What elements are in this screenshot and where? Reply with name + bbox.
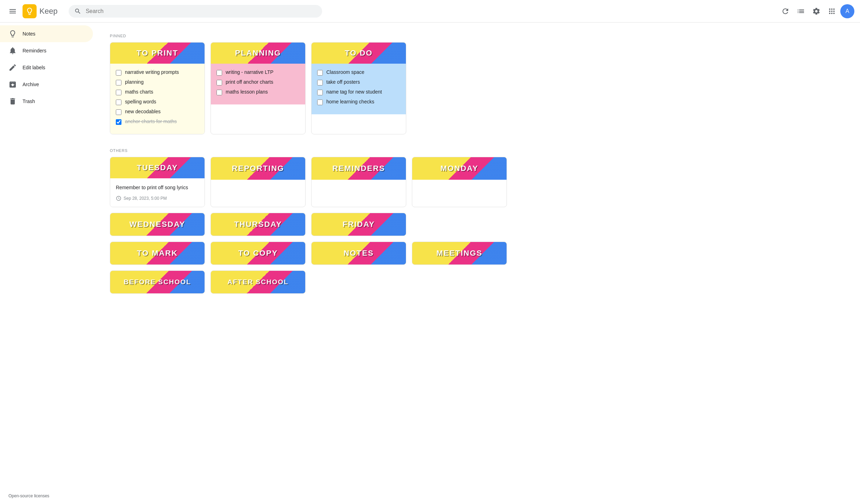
checkbox[interactable] xyxy=(116,90,121,95)
checkbox[interactable] xyxy=(317,100,323,105)
others-section-label: OTHERS xyxy=(110,148,849,153)
checklist-item: new decodables xyxy=(116,109,199,115)
checklist-item: maths charts xyxy=(116,89,199,95)
checkbox-checked[interactable] xyxy=(116,119,121,125)
checklist-item-checked: anchor charts for maths xyxy=(116,119,199,125)
banner-thursday: THURSDAY xyxy=(211,213,305,236)
note-monday[interactable]: MONDAY xyxy=(412,157,507,207)
note-friday[interactable]: FRIDAY xyxy=(311,213,406,236)
note-planning[interactable]: PLANNING writing - narrative LTP print o… xyxy=(211,42,306,134)
refresh-button[interactable] xyxy=(778,4,792,18)
banner-wednesday-title: WEDNESDAY xyxy=(130,220,186,229)
banner-after-school: AFTER SCHOOL xyxy=(211,271,305,293)
checkbox[interactable] xyxy=(116,80,121,85)
checkbox[interactable] xyxy=(216,90,222,95)
list-view-button[interactable] xyxy=(794,4,808,18)
sidebar-item-edit-labels[interactable]: Edit labels xyxy=(0,59,93,76)
settings-button[interactable] xyxy=(809,4,823,18)
search-icon xyxy=(74,8,81,15)
sidebar-item-notes[interactable]: Notes xyxy=(0,25,93,42)
banner-meetings: MEETINGS xyxy=(412,242,507,264)
avatar[interactable]: A xyxy=(840,4,854,18)
note-tuesday-text: Remember to print off song lyrics xyxy=(116,184,199,191)
banner-reminders-title: REMINDERS xyxy=(332,164,385,173)
sidebar-edit-labels-label: Edit labels xyxy=(23,65,45,70)
banner-planning-title: PLANNING xyxy=(235,49,281,58)
sidebar-item-trash[interactable]: Trash xyxy=(0,93,93,110)
banner-meetings-title: MEETINGS xyxy=(437,249,483,258)
topbar-actions: A xyxy=(778,4,854,18)
banner-monday: MONDAY xyxy=(412,157,507,180)
checklist-item: maths lesson plans xyxy=(216,89,300,95)
checkbox[interactable] xyxy=(216,80,222,85)
note-tocopy[interactable]: TO COPY xyxy=(211,242,306,265)
checkbox[interactable] xyxy=(317,70,323,76)
checkbox[interactable] xyxy=(116,70,121,76)
checklist-item: home learning checks xyxy=(317,99,400,105)
logo-icon xyxy=(23,4,37,18)
main-layout: Notes Reminders Edit labels xyxy=(0,23,860,504)
note-thursday[interactable]: THURSDAY xyxy=(211,213,306,236)
bell-icon xyxy=(8,46,17,55)
checkbox[interactable] xyxy=(317,80,323,85)
banner-friday-title: FRIDAY xyxy=(343,220,375,229)
checklist-item: Classroom space xyxy=(317,69,400,76)
checkbox[interactable] xyxy=(116,100,121,105)
note-reminders[interactable]: REMINDERS xyxy=(311,157,406,207)
sidebar-item-archive[interactable]: Archive xyxy=(0,76,93,93)
note-tuesday-timestamp: Sep 28, 2023, 5:00 PM xyxy=(116,196,199,201)
checklist-item: take off posters xyxy=(317,79,400,85)
sidebar: Notes Reminders Edit labels xyxy=(0,23,99,504)
note-tuesday[interactable]: TUESDAY Remember to print off song lyric… xyxy=(110,157,205,207)
banner-tocopy-title: TO COPY xyxy=(238,249,278,258)
open-source-link[interactable]: Open-source licenses xyxy=(0,491,58,501)
timestamp-text: Sep 28, 2023, 5:00 PM xyxy=(124,196,167,201)
checkbox[interactable] xyxy=(116,109,121,115)
search-bar xyxy=(69,5,322,18)
checklist-item: name tag for new student xyxy=(317,89,400,95)
banner-planning: PLANNING xyxy=(211,43,305,64)
sidebar-archive-label: Archive xyxy=(23,82,39,87)
note-tomark[interactable]: TO MARK xyxy=(110,242,205,265)
banner-reporting: REPORTING xyxy=(211,157,305,180)
content-area: PINNED TO PRINT narrative writing prompt… xyxy=(99,23,860,504)
menu-icon[interactable] xyxy=(6,4,20,18)
sidebar-item-reminders[interactable]: Reminders xyxy=(0,42,93,59)
note-reporting[interactable]: REPORTING xyxy=(211,157,306,207)
checkbox[interactable] xyxy=(317,90,323,95)
checklist-item: planning xyxy=(116,79,199,85)
note-notes[interactable]: NOTES xyxy=(311,242,406,265)
banner-tocopy: TO COPY xyxy=(211,242,305,264)
note-todo[interactable]: TO DO Classroom space take off posters n… xyxy=(311,42,406,134)
pinned-notes-grid: TO PRINT narrative writing prompts plann… xyxy=(110,42,849,134)
note-to-print[interactable]: TO PRINT narrative writing prompts plann… xyxy=(110,42,205,134)
others-notes-grid: TUESDAY Remember to print off song lyric… xyxy=(110,157,849,294)
note-wednesday[interactable]: WEDNESDAY xyxy=(110,213,205,236)
banner-wednesday: WEDNESDAY xyxy=(110,213,205,236)
banner-tuesday-title: TUESDAY xyxy=(137,163,178,172)
trash-icon xyxy=(8,97,17,106)
archive-icon xyxy=(8,80,17,89)
banner-tuesday: TUESDAY xyxy=(110,157,205,178)
sidebar-trash-label: Trash xyxy=(23,98,35,104)
pinned-section-label: PINNED xyxy=(110,34,849,38)
note-to-print-body: narrative writing prompts planning maths… xyxy=(110,64,205,134)
banner-before-school-title: BEFORE SCHOOL xyxy=(124,278,191,286)
topbar: Keep xyxy=(0,0,860,23)
apps-button[interactable] xyxy=(825,4,839,18)
note-meetings[interactable]: MEETINGS xyxy=(412,242,507,265)
banner-before-school: BEFORE SCHOOL xyxy=(110,271,205,293)
note-before-school[interactable]: BEFORE SCHOOL xyxy=(110,270,205,294)
lightbulb-icon xyxy=(8,30,17,38)
sidebar-notes-label: Notes xyxy=(23,31,36,37)
note-after-school[interactable]: AFTER SCHOOL xyxy=(211,270,306,294)
logo[interactable]: Keep xyxy=(23,4,57,18)
banner-notes-note: NOTES xyxy=(312,242,406,264)
banner-todo: TO DO xyxy=(312,43,406,64)
note-planning-body: writing - narrative LTP print off anchor… xyxy=(211,64,305,104)
banner-monday-title: MONDAY xyxy=(440,164,478,173)
clock-icon xyxy=(116,196,121,201)
search-input[interactable] xyxy=(86,8,316,14)
checkbox[interactable] xyxy=(216,70,222,76)
sidebar-reminders-label: Reminders xyxy=(23,48,46,53)
